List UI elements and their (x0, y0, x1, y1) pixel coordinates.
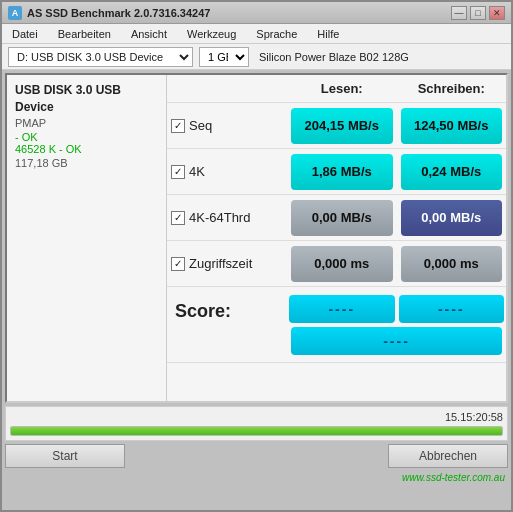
row-seq-label: ✓ Seq (167, 118, 287, 133)
drive-size: 117,18 GB (15, 157, 158, 169)
row-seq: ✓ Seq 204,15 MB/s 124,50 MB/s (167, 103, 506, 149)
drive-name-line1: USB DISK 3.0 USB (15, 83, 158, 97)
row-4k-label: ✓ 4K (167, 164, 287, 179)
menu-werkzeug[interactable]: Werkzeug (183, 26, 240, 42)
progress-area: 15.15:20:58 (5, 406, 508, 441)
abort-button[interactable]: Abbrechen (388, 444, 508, 468)
close-button[interactable]: ✕ (489, 6, 505, 20)
app-window: A AS SSD Benchmark 2.0.7316.34247 — □ ✕ … (0, 0, 513, 512)
row-zugriffszeit-label: ✓ Zugriffszeit (167, 256, 287, 271)
row-zugriffszeit: ✓ Zugriffszeit 0,000 ms 0,000 ms (167, 241, 506, 287)
4k-read-value: 1,86 MB/s (291, 154, 393, 190)
watermark: www.ssd-tester.com.au (2, 470, 511, 485)
maximize-button[interactable]: □ (470, 6, 486, 20)
score-total-btn: ---- (291, 327, 502, 355)
4k-write-value: 0,24 MB/s (401, 154, 503, 190)
seq-read-value: 204,15 MB/s (291, 108, 393, 144)
minimize-button[interactable]: — (451, 6, 467, 20)
status-ok2: 46528 K - OK (15, 143, 158, 155)
device-label: Silicon Power Blaze B02 128G (255, 51, 505, 63)
menu-datei[interactable]: Datei (8, 26, 42, 42)
score-top-row: ---- ---- (289, 295, 504, 323)
row-4k: ✓ 4K 1,86 MB/s 0,24 MB/s (167, 149, 506, 195)
4k64thrd-checkbox[interactable]: ✓ (171, 211, 185, 225)
zugriffszeit-write-value: 0,000 ms (401, 246, 503, 282)
zugriffszeit-read-value: 0,000 ms (291, 246, 393, 282)
size-dropdown[interactable]: 1 GB (199, 47, 249, 67)
pmap-label: PMAP (15, 117, 158, 129)
start-button[interactable]: Start (5, 444, 125, 468)
menu-sprache[interactable]: Sprache (252, 26, 301, 42)
row-4k64thrd-label: ✓ 4K-64Thrd (167, 210, 287, 225)
progress-track (10, 426, 503, 436)
score-section: Score: ---- ---- ---- (167, 287, 506, 363)
test-grid: Lesen: Schreiben: ✓ Seq 204,15 MB/s 124,… (167, 75, 506, 401)
score-buttons: ---- ---- ---- (287, 293, 506, 357)
app-icon: A (8, 6, 22, 20)
toolbar: D: USB DISK 3.0 USB Device 1 GB Silicon … (2, 44, 511, 70)
4k64thrd-write-value: 0,00 MB/s (401, 200, 503, 236)
score-write-btn: ---- (399, 295, 505, 323)
score-label: Score: (167, 293, 287, 322)
4k-checkbox[interactable]: ✓ (171, 165, 185, 179)
progress-fill (11, 427, 502, 435)
drive-name-line2: Device (15, 100, 158, 114)
menu-ansicht[interactable]: Ansicht (127, 26, 171, 42)
title-bar-left: A AS SSD Benchmark 2.0.7316.34247 (8, 6, 210, 20)
header-write: Schreiben: (397, 81, 507, 96)
4k64thrd-read-value: 0,00 MB/s (291, 200, 393, 236)
window-title: AS SSD Benchmark 2.0.7316.34247 (27, 7, 210, 19)
title-bar: A AS SSD Benchmark 2.0.7316.34247 — □ ✕ (2, 2, 511, 24)
row-4k64thrd: ✓ 4K-64Thrd 0,00 MB/s 0,00 MB/s (167, 195, 506, 241)
timestamp: 15.15:20:58 (10, 411, 503, 423)
left-panel: USB DISK 3.0 USB Device PMAP - OK 46528 … (7, 75, 167, 401)
header-read: Lesen: (287, 81, 397, 96)
menu-bearbeiten[interactable]: Bearbeiten (54, 26, 115, 42)
menu-bar: Datei Bearbeiten Ansicht Werkzeug Sprach… (2, 24, 511, 44)
bottom-bar: Start Abbrechen (5, 444, 508, 468)
title-controls: — □ ✕ (451, 6, 505, 20)
score-read-btn: ---- (289, 295, 395, 323)
zugriffszeit-checkbox[interactable]: ✓ (171, 257, 185, 271)
menu-hilfe[interactable]: Hilfe (313, 26, 343, 42)
seq-write-value: 124,50 MB/s (401, 108, 503, 144)
main-content: USB DISK 3.0 USB Device PMAP - OK 46528 … (5, 73, 508, 403)
seq-checkbox[interactable]: ✓ (171, 119, 185, 133)
header-row: Lesen: Schreiben: (167, 75, 506, 103)
drive-dropdown[interactable]: D: USB DISK 3.0 USB Device (8, 47, 193, 67)
status-ok1: - OK (15, 131, 158, 143)
